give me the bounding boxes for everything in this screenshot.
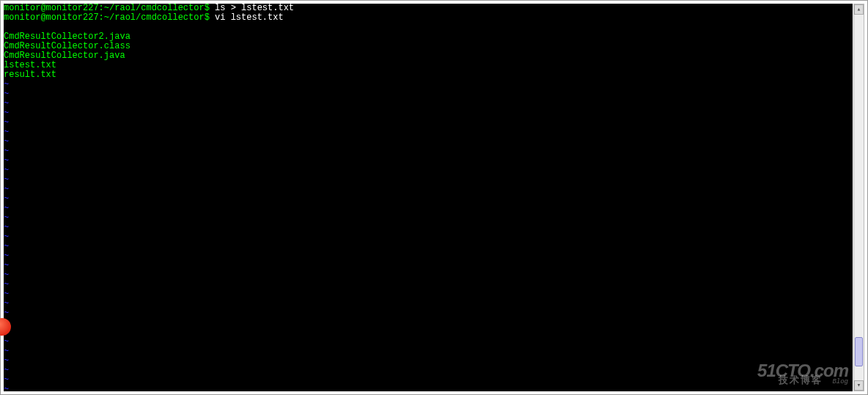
vi-tilde-line: ~	[4, 337, 853, 347]
vi-tilde-line: ~	[4, 99, 853, 108]
vi-tilde-line: ~	[4, 204, 853, 213]
shell-command: vi lstest.txt	[215, 12, 284, 23]
vi-tilde-line: ~	[4, 280, 853, 289]
scroll-up-button[interactable]: ▴	[854, 4, 864, 15]
vi-tilde-line: ~	[4, 366, 853, 375]
vi-tilde-line: ~	[4, 185, 853, 194]
vi-tilde-line: ~	[4, 89, 853, 99]
vi-tilde-line: ~	[4, 108, 853, 118]
vi-tilde-line: ~	[4, 328, 853, 337]
vi-line: lstest.txt	[4, 61, 853, 70]
vi-tilde-line: ~	[4, 118, 853, 128]
vi-empty-lines: ~~~~~~~~~~~~~~~~~~~~~~~~~~~~~~~~~	[4, 80, 853, 391]
vi-tilde-line: ~	[4, 128, 853, 137]
window-frame: monitor@monitor227:~/raol/cmdcollector$ …	[0, 0, 868, 395]
vi-tilde-line: ~	[4, 242, 853, 251]
shell-line: monitor@monitor227:~/raol/cmdcollector$ …	[4, 13, 853, 23]
scroll-track[interactable]	[854, 15, 864, 380]
blank-line	[4, 23, 853, 32]
vi-tilde-line: ~	[4, 261, 853, 270]
vi-tilde-line: ~	[4, 80, 853, 89]
vi-tilde-line: ~	[4, 289, 853, 299]
vi-line: CmdResultCollector2.java	[4, 32, 853, 42]
vi-line: CmdResultCollector.java	[4, 51, 853, 61]
vi-tilde-line: ~	[4, 356, 853, 366]
vi-tilde-line: ~	[4, 375, 853, 385]
vi-tilde-line: ~	[4, 232, 853, 242]
vi-tilde-line: ~	[4, 223, 853, 232]
vi-tilde-line: ~	[4, 318, 853, 328]
terminal-viewport[interactable]: monitor@monitor227:~/raol/cmdcollector$ …	[4, 4, 853, 391]
vi-line: CmdResultCollector.class	[4, 42, 853, 51]
vi-tilde-line: ~	[4, 347, 853, 356]
vi-tilde-line: ~	[4, 156, 853, 166]
vi-tilde-line: ~	[4, 175, 853, 185]
vi-tilde-line: ~	[4, 270, 853, 280]
vi-tilde-line: ~	[4, 194, 853, 204]
vi-tilde-line: ~	[4, 166, 853, 175]
vi-tilde-line: ~	[4, 251, 853, 261]
shell-prompt: monitor@monitor227:~/raol/cmdcollector$	[4, 12, 215, 23]
vi-tilde-line: ~	[4, 147, 853, 156]
scroll-thumb[interactable]	[855, 337, 863, 366]
vi-tilde-line: ~	[4, 309, 853, 318]
vertical-scrollbar[interactable]: ▴ ▾	[853, 4, 864, 391]
vi-tilde-line: ~	[4, 385, 853, 391]
vi-tilde-line: ~	[4, 137, 853, 147]
scroll-down-button[interactable]: ▾	[854, 380, 864, 391]
vi-tilde-line: ~	[4, 213, 853, 223]
vi-tilde-line: ~	[4, 299, 853, 309]
vi-line: result.txt	[4, 70, 853, 80]
